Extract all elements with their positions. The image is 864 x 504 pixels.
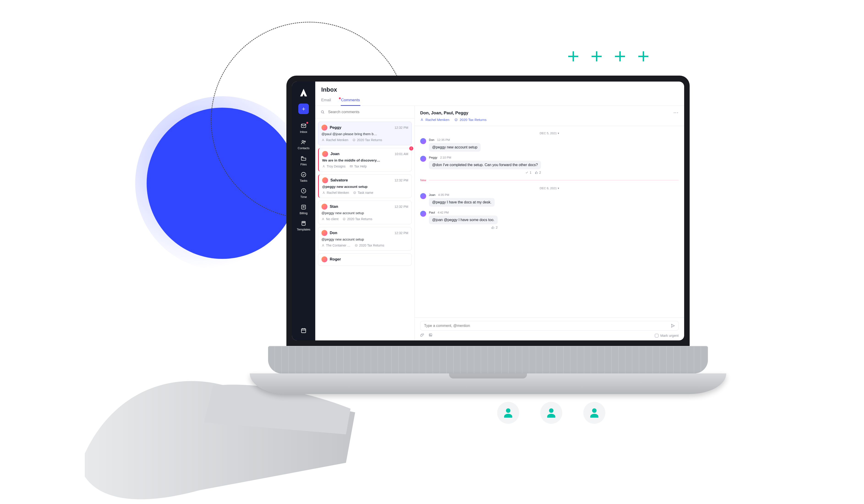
- list-item-client: Rachel Menken: [322, 191, 349, 194]
- decorative-plus-row: [568, 51, 648, 61]
- image-button[interactable]: [429, 333, 433, 338]
- sidebar-item-contacts[interactable]: Contacts: [298, 139, 309, 150]
- message-author: Joan: [429, 193, 435, 196]
- avatar: [420, 193, 426, 199]
- svg-rect-7: [303, 222, 305, 223]
- decorative-person-icon: [583, 402, 605, 424]
- mark-urgent-toggle[interactable]: Mark urgent: [655, 334, 679, 337]
- app-logo[interactable]: [299, 88, 308, 97]
- new-divider: New: [420, 179, 679, 182]
- search-icon: [320, 110, 325, 114]
- sidebar-item-label: Tasks: [300, 179, 307, 182]
- contacts-icon: [301, 139, 307, 145]
- task-icon: [454, 118, 458, 121]
- list-item[interactable]: Don12:32 PM@peggy new account setupThe C…: [318, 227, 412, 251]
- list-item[interactable]: !Joan10:01 AMWe are in the middle of dis…: [318, 148, 412, 171]
- alert-badge: !: [409, 146, 413, 151]
- list-item-client: Rachel Menken: [322, 138, 348, 142]
- list-item[interactable]: Stan12:32 PM@peggy new account setupNo c…: [318, 201, 412, 224]
- avatar: [322, 151, 328, 157]
- list-item-time: 12:32 PM: [395, 231, 408, 235]
- message-bubble: @peggy I have the docs at my desk.: [429, 198, 495, 207]
- list-item-client: No client: [322, 217, 338, 221]
- templates-icon: [301, 220, 307, 226]
- tab-email[interactable]: Email: [321, 98, 331, 106]
- decorative-person-icon: [540, 402, 562, 424]
- comment-input[interactable]: [424, 323, 671, 328]
- list-item-name: Joan: [331, 152, 339, 156]
- avatar: [322, 230, 327, 236]
- list-item-task: 2020 Tax Returns: [355, 243, 384, 247]
- thread-more-button[interactable]: ⋮: [673, 110, 679, 116]
- message-bubble: @peggy new account setup: [429, 143, 481, 152]
- message-time: 12:35 PM: [437, 138, 450, 142]
- svg-point-20: [422, 119, 422, 120]
- list-item-task: 2020 Tax Returns: [343, 217, 372, 221]
- laptop-keyboard: [268, 346, 708, 373]
- new-button[interactable]: +: [298, 104, 309, 114]
- sidebar-item-inbox[interactable]: Inbox: [300, 123, 307, 134]
- avatar: [420, 156, 426, 162]
- message: Peggy2:10 PM@don I've completed the setu…: [420, 156, 679, 174]
- avatar: [322, 204, 327, 209]
- message-author: Peggy: [429, 156, 437, 159]
- sidebar-item-time[interactable]: Time: [300, 188, 307, 199]
- send-icon[interactable]: [671, 323, 675, 328]
- sidebar-item-label: Files: [300, 163, 307, 166]
- like-count[interactable]: 2: [535, 171, 541, 174]
- list-item-snippet: @paul @joan please bring them b…: [322, 132, 408, 136]
- search-bar[interactable]: [315, 106, 415, 118]
- list-item[interactable]: Peggy12:32 PM@paul @joan please bring th…: [318, 122, 412, 145]
- message-author: Paul: [429, 211, 435, 214]
- sidebar-item-billing[interactable]: Billing: [300, 204, 308, 215]
- decorative-person-icon: [497, 402, 519, 424]
- unread-dot-icon: [339, 97, 341, 99]
- checkbox-icon: [655, 334, 659, 337]
- sidebar: + Inbox Contacts Files: [292, 82, 315, 340]
- tab-comments[interactable]: Comments: [341, 98, 360, 106]
- ack-count[interactable]: 1: [525, 171, 531, 174]
- sidebar-item-label: Templates: [297, 228, 310, 231]
- sidebar-item-label: Billing: [300, 212, 308, 215]
- sidebar-item-templates[interactable]: Templates: [297, 220, 310, 231]
- svg-point-21: [455, 118, 457, 121]
- svg-rect-5: [301, 205, 305, 209]
- search-input[interactable]: [328, 109, 409, 115]
- thread-client-link[interactable]: Rachel Menken: [420, 118, 449, 122]
- list-item[interactable]: Salvatore12:32 PM@peggy new account setu…: [318, 174, 412, 198]
- time-icon: [301, 188, 307, 194]
- sidebar-item-calendar[interactable]: [300, 327, 307, 335]
- message-time: 2:10 PM: [440, 156, 451, 159]
- like-count[interactable]: 2: [491, 226, 497, 229]
- list-item-name: Roger: [330, 257, 341, 262]
- list-item-name: Salvatore: [331, 178, 348, 183]
- sidebar-item-tasks[interactable]: Tasks: [300, 171, 307, 182]
- laptop-base: [250, 373, 726, 394]
- date-divider[interactable]: DEC 5, 2021: [420, 130, 679, 138]
- list-item-time: 12:32 PM: [395, 179, 408, 182]
- sidebar-item-label: Inbox: [300, 130, 307, 134]
- list-item-client: Troy Designs: [322, 165, 346, 168]
- svg-point-2: [304, 141, 305, 142]
- svg-point-3: [301, 172, 306, 177]
- billing-icon: [301, 204, 307, 210]
- list-item-task: 2020 Tax Returns: [352, 138, 382, 142]
- sidebar-item-files[interactable]: Files: [300, 155, 307, 166]
- list-item-snippet: We are in the middle of discovery…: [322, 158, 408, 162]
- inbox-tabs: Email Comments: [315, 95, 684, 106]
- thread-task-link[interactable]: 2020 Tax Returns: [454, 118, 487, 122]
- date-divider[interactable]: DEC 6, 2021: [420, 185, 679, 193]
- calendar-icon: [300, 327, 307, 334]
- titlebar: Inbox: [315, 82, 684, 95]
- person-icon: [420, 118, 424, 121]
- list-item-task: Task name: [353, 191, 373, 194]
- message-bubble: @joan @peggy I have some docs too.: [429, 216, 497, 224]
- message: Joan4:35 PM@peggy I have the docs at my …: [420, 193, 679, 207]
- list-item[interactable]: Roger: [318, 253, 412, 266]
- sidebar-item-label: Contacts: [298, 146, 309, 150]
- list-item-snippet: @peggy new account setup: [322, 237, 408, 241]
- list-item-snippet: @peggy new account setup: [322, 211, 408, 215]
- sidebar-item-label: Time: [300, 195, 307, 199]
- attach-button[interactable]: [420, 333, 424, 338]
- comment-input-wrap[interactable]: [420, 321, 679, 331]
